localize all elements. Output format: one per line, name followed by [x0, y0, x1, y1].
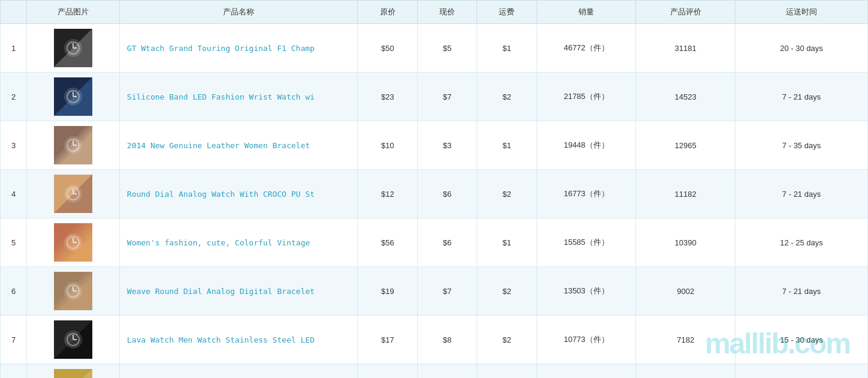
sales-count: 46772（件） [537, 24, 636, 73]
product-name-cell[interactable]: Lava Watch Men Watch Stainless Steel LED [119, 316, 358, 364]
page-wrapper: 产品图片 产品名称 原价 现价 运费 销量 产品评价 运送时间 1GT Wtac… [0, 0, 868, 378]
sales-count: 15585（件） [537, 218, 636, 267]
product-image-cell [27, 316, 120, 364]
orig-price: $17 [358, 316, 417, 364]
orig-price: $50 [358, 24, 417, 73]
product-image-cell [27, 218, 120, 267]
product-rating: 14523 [636, 73, 736, 121]
col-header-curr: 现价 [417, 1, 477, 24]
shipping-cost: $1 [477, 364, 537, 379]
row-num: 5 [1, 218, 27, 267]
product-name-cell[interactable]: GT Wtach Grand Touring Original F1 Champ [119, 24, 358, 73]
table-row: 6Weave Round Dial Analog Digital Bracele… [1, 267, 868, 316]
product-table: 产品图片 产品名称 原价 现价 运费 销量 产品评价 运送时间 1GT Wtac… [0, 0, 868, 378]
row-num: 8 [1, 364, 27, 379]
curr-price: $7 [417, 73, 477, 121]
product-name-link[interactable]: Weave Round Dial Analog Digital Bracelet [127, 287, 315, 296]
orig-price: $23 [358, 73, 417, 121]
delivery-time: 7 - 35 days [736, 121, 868, 170]
orig-price: $12 [358, 170, 417, 218]
delivery-time: 7 - 21 days [736, 267, 868, 316]
col-header-orig: 原价 [358, 1, 417, 24]
curr-price: $8 [417, 364, 477, 379]
table-row: 7Lava Watch Men Watch Stainless Steel LE… [1, 316, 868, 364]
table-row: 5Women's fashion, cute, Colorful Vintage… [1, 218, 868, 267]
curr-price: $6 [417, 218, 477, 267]
sales-count: 10773（件） [537, 316, 636, 364]
product-image-cell [27, 73, 120, 121]
product-rating: 9002 [636, 267, 736, 316]
product-rating: 10390 [636, 218, 736, 267]
product-name-link[interactable]: Lava Watch Men Watch Stainless Steel LED [127, 335, 315, 344]
product-name-cell[interactable]: Women's fashion, cute, Colorful Vintage [119, 218, 358, 267]
orig-price: $19 [358, 267, 417, 316]
curr-price: $7 [417, 267, 477, 316]
shipping-cost: $1 [477, 218, 537, 267]
product-name-cell[interactable]: 2014 New Genuine Leather Women Bracelet [119, 121, 358, 170]
product-name-link[interactable]: Round Dial Analog Watch With CROCO PU St [127, 190, 315, 199]
product-name-link[interactable]: Silicone Band LED Fashion Wrist Watch wi [127, 92, 315, 101]
shipping-cost: $1 [477, 121, 537, 170]
product-name-cell[interactable]: Silicone Band LED Fashion Wrist Watch wi [119, 73, 358, 121]
product-image [54, 175, 92, 213]
curr-price: $8 [417, 316, 477, 364]
product-name-cell[interactable]: Round Dial Analog Watch With CROCO PU St [119, 170, 358, 218]
table-row: 32014 New Genuine Leather Women Bracelet… [1, 121, 868, 170]
table-row: 4Round Dial Analog Watch With CROCO PU S… [1, 170, 868, 218]
col-header-rating: 产品评价 [636, 1, 736, 24]
product-image-cell [27, 24, 120, 73]
delivery-time: 7 - 21 days [736, 73, 868, 121]
product-rating: 11182 [636, 170, 736, 218]
shipping-cost: $2 [477, 170, 537, 218]
row-num: 7 [1, 316, 27, 364]
delivery-time: 20 - 30 days [736, 24, 868, 73]
product-name-link[interactable]: 2014 New Genuine Leather Women Bracelet [127, 141, 310, 150]
product-image [54, 369, 92, 378]
sales-count: 21785（件） [537, 73, 636, 121]
product-image-cell [27, 170, 120, 218]
delivery-time: 12 - 25 days [736, 364, 868, 379]
orig-price: $30 [358, 364, 417, 379]
product-rating: 12965 [636, 121, 736, 170]
product-image [54, 77, 92, 116]
col-header-img: 产品图片 [27, 1, 120, 24]
sales-count: 13503（件） [537, 267, 636, 316]
shipping-cost: $2 [477, 73, 537, 121]
table-header-row: 产品图片 产品名称 原价 现价 运费 销量 产品评价 运送时间 [1, 1, 868, 24]
row-num: 3 [1, 121, 27, 170]
product-image-cell [27, 121, 120, 170]
sales-count: 9216（件） [537, 364, 636, 379]
sales-count: 16773（件） [537, 170, 636, 218]
col-header-sales: 销量 [537, 1, 636, 24]
row-num: 4 [1, 170, 27, 218]
delivery-time: 12 - 25 days [736, 218, 868, 267]
product-rating: 31181 [636, 24, 736, 73]
product-name-link[interactable]: Women's fashion, cute, Colorful Vintage [127, 238, 310, 247]
col-header-num [1, 1, 27, 24]
table-row: 2Silicone Band LED Fashion Wrist Watch w… [1, 73, 868, 121]
product-image [54, 29, 92, 67]
row-num: 2 [1, 73, 27, 121]
sales-count: 19448（件） [537, 121, 636, 170]
product-name-cell[interactable]: man's women's Bling Crystal Ladies Uni [119, 364, 358, 379]
product-image [54, 320, 92, 359]
shipping-cost: $1 [477, 24, 537, 73]
product-image-cell [27, 364, 120, 379]
product-image [54, 126, 92, 164]
product-name-cell[interactable]: Weave Round Dial Analog Digital Bracelet [119, 267, 358, 316]
table-row: 1GT Wtach Grand Touring Original F1 Cham… [1, 24, 868, 73]
row-num: 6 [1, 267, 27, 316]
product-image [54, 223, 92, 262]
shipping-cost: $2 [477, 316, 537, 364]
col-header-name: 产品名称 [119, 1, 358, 24]
product-image [54, 272, 92, 310]
delivery-time: 7 - 21 days [736, 170, 868, 218]
col-header-ship: 运费 [477, 1, 537, 24]
curr-price: $6 [417, 170, 477, 218]
product-name-link[interactable]: GT Wtach Grand Touring Original F1 Champ [127, 44, 315, 53]
row-num: 1 [1, 24, 27, 73]
delivery-time: 15 - 30 days [736, 316, 868, 364]
curr-price: $5 [417, 24, 477, 73]
product-rating: 6144 [636, 364, 736, 379]
product-image-cell [27, 267, 120, 316]
